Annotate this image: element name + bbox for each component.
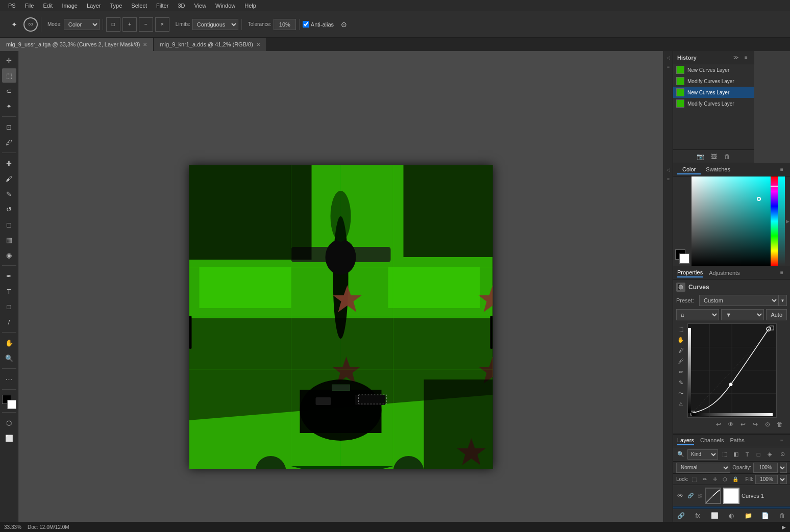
magic-wand-tool[interactable]: ✦ — [7, 17, 21, 32]
pen-tool[interactable]: ✒ — [2, 269, 16, 283]
selection-tool[interactable]: ⬚ — [2, 68, 16, 83]
screen-mode-btn[interactable]: ⬜ — [2, 431, 16, 445]
color-panel-menu[interactable]: ≡ — [778, 166, 786, 174]
curve-eye-btn[interactable]: ⊙ — [762, 419, 773, 429]
blend-mode-select[interactable]: Normal — [676, 463, 730, 473]
layer-text-icon[interactable]: T — [743, 450, 752, 459]
eyedropper-tool[interactable]: 🖊 — [2, 135, 16, 149]
gradient-tool[interactable]: ▦ — [2, 233, 16, 247]
right-menu-btn[interactable]: ≡ — [664, 175, 673, 183]
brush-size-preview[interactable]: 60 — [23, 17, 38, 32]
curves-eyedropper-white[interactable]: ✏ — [676, 367, 685, 376]
tab-close-2[interactable]: ✕ — [256, 42, 260, 47]
tab-mig9-knr1[interactable]: mig_9_knr1_a.dds @ 41,2% (RGB/8) ✕ — [154, 38, 266, 51]
history-delete-btn[interactable]: 🗑 — [722, 151, 732, 162]
fg-bg-swatches[interactable] — [2, 395, 16, 409]
curve-delete-btn[interactable]: 🗑 — [775, 419, 785, 429]
preset-select[interactable]: Custom — [699, 295, 779, 306]
crop-tool[interactable]: ⊡ — [2, 120, 16, 134]
subtract-selection-btn[interactable]: − — [139, 17, 153, 32]
layer-mask-btn[interactable]: ⬜ — [710, 511, 719, 520]
layer-visibility-curves1[interactable]: 👁 — [676, 492, 684, 500]
menu-image[interactable]: Image — [58, 2, 82, 10]
props-tab-properties[interactable]: Properties — [677, 268, 703, 277]
layers-panel-menu[interactable]: ≡ — [778, 437, 786, 445]
curve-reset-btn[interactable]: ↩ — [713, 419, 724, 429]
history-item-2[interactable]: Modify Curves Layer — [673, 75, 754, 87]
layer-new-btn[interactable]: 📄 — [761, 511, 770, 520]
layer-link-btn[interactable]: 🔗 — [676, 511, 685, 520]
brush-tool[interactable]: 🖌 — [2, 171, 16, 186]
layers-tab-layers[interactable]: Layers — [677, 436, 694, 445]
preset-dropdown-arrow[interactable]: ▼ — [779, 295, 787, 306]
history-menu-btn[interactable]: ≡ — [664, 63, 673, 71]
hand-tool[interactable]: ✋ — [2, 336, 16, 350]
history-collapse-btn[interactable]: ◁ — [664, 54, 673, 62]
lock-image-btn[interactable]: ✏ — [701, 475, 709, 484]
move-tool[interactable]: ✛ — [2, 53, 16, 67]
channel-select[interactable]: a — [676, 309, 719, 320]
color-spectrum[interactable] — [692, 176, 771, 266]
tab-close-1[interactable]: ✕ — [143, 42, 147, 47]
canvas-area[interactable] — [18, 51, 663, 522]
history-menu-icon[interactable]: ≡ — [742, 54, 750, 62]
auto-button[interactable]: Auto — [766, 309, 787, 320]
layer-effects-btn[interactable]: fx — [693, 511, 702, 520]
curves-pointer-tool[interactable]: ⬚ — [676, 324, 685, 334]
history-item-4[interactable]: Modify Curves Layer — [673, 98, 754, 109]
quick-mask-tool[interactable]: ⬡ — [2, 416, 16, 430]
menu-file[interactable]: File — [21, 2, 38, 10]
healing-brush[interactable]: ✚ — [2, 156, 16, 170]
curve-visibility-btn[interactable]: 👁 — [726, 419, 736, 429]
layer-adjustment-icon[interactable]: ◧ — [731, 450, 740, 459]
menu-type[interactable]: Type — [106, 2, 127, 10]
color-tab-swatches[interactable]: Swatches — [701, 165, 735, 174]
fill-dropdown[interactable]: ▼ — [780, 475, 787, 484]
menu-help[interactable]: Help — [240, 2, 260, 10]
alpha-strip[interactable] — [778, 176, 785, 266]
tab-mig9-ussr[interactable]: mig_9_ussr_a.tga @ 33,3% (Curves 2, Laye… — [0, 38, 154, 51]
lock-transparent-btn[interactable]: ⬚ — [690, 475, 699, 484]
curves-eyedropper-black[interactable]: 🖋 — [676, 346, 685, 355]
lock-all-btn[interactable]: 🔒 — [731, 475, 739, 484]
menu-layer[interactable]: Layer — [83, 2, 105, 10]
limits-select[interactable]: Contiguous — [192, 19, 238, 30]
new-selection-btn[interactable]: □ — [106, 17, 120, 32]
curves-smooth-tool[interactable]: 〜 — [676, 389, 685, 398]
menu-view[interactable]: View — [190, 2, 210, 10]
opacity-dropdown[interactable]: ▼ — [780, 463, 787, 473]
type-tool[interactable]: T — [2, 284, 16, 298]
magic-wand-tool-left[interactable]: ✦ — [2, 99, 16, 113]
layer-mask-curves1[interactable] — [723, 488, 739, 504]
layer-shape-icon[interactable]: □ — [754, 450, 763, 459]
layer-group-btn[interactable]: 📁 — [744, 511, 753, 520]
lock-artboard-btn[interactable]: ⬡ — [721, 475, 729, 484]
curves-eyedropper-gray[interactable]: 🖊 — [676, 357, 685, 366]
history-expand-icon[interactable]: ≫ — [732, 54, 740, 62]
hue-strip[interactable] — [771, 176, 778, 266]
clone-tool[interactable]: ✎ — [2, 187, 16, 201]
menu-3d[interactable]: 3D — [174, 2, 189, 10]
layer-pixel-icon[interactable]: ⬚ — [720, 450, 729, 459]
menu-window[interactable]: Window — [211, 2, 239, 10]
blur-tool[interactable]: ◉ — [2, 248, 16, 262]
fill-input[interactable]: 100% — [755, 475, 778, 484]
tolerance-input[interactable] — [274, 19, 296, 30]
zoom-tool[interactable]: 🔍 — [2, 351, 16, 365]
layer-delete-btn[interactable]: 🗑 — [778, 511, 787, 520]
history-new-from-state-btn[interactable]: 🖼 — [709, 151, 719, 162]
menu-ps[interactable]: PS — [4, 2, 20, 10]
history-item-3[interactable]: New Curves Layer — [673, 87, 754, 98]
channel-select2[interactable]: ▼ — [721, 309, 764, 320]
right-collapse-btn[interactable]: ◁ — [664, 166, 673, 174]
lasso-tool[interactable]: ⊂ — [2, 84, 16, 98]
layer-kind-select[interactable]: Kind — [687, 449, 718, 460]
curve-undo-btn[interactable]: ↩ — [738, 419, 748, 429]
lock-position-btn[interactable]: ✛ — [711, 475, 719, 484]
status-arrow[interactable]: ▶ — [782, 524, 786, 530]
layer-smart-icon[interactable]: ◈ — [765, 450, 774, 459]
menu-select[interactable]: Select — [127, 2, 151, 10]
background-swatch[interactable] — [7, 400, 16, 409]
line-tool[interactable]: / — [2, 315, 16, 329]
curves-hand-tool[interactable]: ✋ — [676, 335, 685, 344]
